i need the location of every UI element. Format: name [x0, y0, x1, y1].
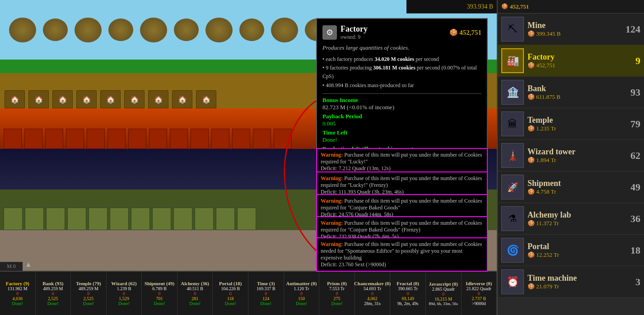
bottom-shipment[interactable]: Shipment (49) 6.789 B 0 701 Done!: [142, 272, 177, 315]
alchemy-lab-name: Alchemy lab: [527, 210, 640, 220]
warning-box-5: Warning: Purchase of this item will put …: [316, 237, 488, 272]
bottom-idleverse[interactable]: Idleverse (0) 21.822 Quadr 0 2.737 B >90…: [462, 272, 497, 315]
bottom-prism-val1: 7.553 Tr: [329, 286, 345, 291]
bottom-shipment-val1: 6.789 B: [152, 286, 167, 291]
bottom-javascript-val1: 2.865 Quadr: [432, 287, 455, 292]
portal-count: 18: [630, 245, 640, 256]
sidebar-top-val: 452,751: [510, 3, 529, 10]
time-machine-cost: 🍪 21.079 Tr: [527, 283, 640, 290]
bottom-wizard-val4: Done!: [118, 301, 130, 306]
mine-cost: 🍪 399.345 B: [527, 30, 640, 37]
bottom-factory-val2: 0: [16, 291, 19, 296]
sidebar-item-time-machine[interactable]: ⏰ Time machine 🍪 21.079 Tr 3: [498, 266, 644, 298]
bottom-javascript-val2: 0: [442, 292, 444, 296]
bottom-antimatter-val2: 0: [300, 291, 303, 296]
bottom-javascript[interactable]: Javascript (0) 2.865 Quadr 0 16,215 M 89…: [426, 272, 462, 315]
bottom-antimatter-name: Antimatter (0): [286, 281, 317, 286]
sidebar-item-bank[interactable]: 🏦 Bank 🍪 611.875 B 93: [498, 77, 644, 108]
bottom-bank-val1: 489.259 M: [43, 286, 63, 291]
warning-text-1: Purchase of this item will put you under…: [321, 152, 482, 165]
bonus-income-val: 82.723 M (<0.01% of income): [322, 104, 394, 111]
tooltip-stats: • each factory produces 34.020 M cookies…: [322, 55, 481, 90]
sidebar-item-mine[interactable]: ⛏ Mine 🍪 399.345 B 124: [498, 14, 644, 45]
sidebar-item-wizard-tower[interactable]: 🗼 Wizard tower 🍪 1.894 Tr 62: [498, 140, 644, 171]
bottom-antimatter[interactable]: Antimatter (0) 1.120 Tr 0 150 Done!: [284, 272, 320, 315]
mine-name: Mine: [527, 21, 640, 30]
timeleft-label: Time Left: [322, 129, 347, 136]
bottom-shipment-val3: 701: [156, 296, 163, 301]
bottom-javascript-name: Javascript (0): [429, 281, 457, 287]
bottom-idleverse-val1: 21.822 Quadr: [467, 286, 491, 291]
shipment-count: 49: [630, 181, 640, 193]
bottom-javascript-val3: 16,215 M: [434, 296, 452, 301]
bottom-factory[interactable]: Factory (9) 131.982 M 0 4,636 Done!: [0, 272, 36, 315]
bottom-temple-val1: 489.259 M: [79, 286, 98, 291]
bottom-wizard[interactable]: Wizard (62) 1.239 B 0 1,529 Done!: [107, 272, 142, 315]
bottom-fractal-val3: 69,149: [401, 296, 414, 301]
sidebar-item-temple[interactable]: 🏛 Temple 🍪 1.235 Tr 79: [498, 108, 644, 140]
sidebar-item-shipment[interactable]: 🚀 Shipment 🍪 4.758 Tr 49: [498, 171, 644, 203]
alchemy-lab-icon: ⚗: [508, 213, 517, 225]
bank-info: Bank 🍪 611.875 B: [527, 84, 640, 101]
bottom-fractal-val4: 9h, 2m, 49s: [397, 301, 419, 306]
warning-label-4: Warning:: [321, 220, 343, 226]
bottom-factory-val4: Done!: [12, 301, 23, 306]
temple-icon: 🏛: [508, 118, 518, 130]
bottom-time-val3: 124: [262, 296, 269, 301]
bottom-factory-val1: 131.982 M: [8, 286, 28, 291]
top-cookie-counter: 393.934 B: [406, 0, 497, 14]
bottom-antimatter-val3: 150: [298, 296, 305, 301]
sidebar-scroll[interactable]: ⛏ Mine 🍪 399.345 B 124 🏭 Factory 🍪 452,7…: [498, 14, 644, 315]
up-arrow[interactable]: ▲: [25, 260, 32, 269]
bottom-temple-val3: 2,525: [84, 296, 94, 301]
temple-info: Temple 🍪 1.235 Tr: [527, 116, 640, 132]
bottom-bar: Factory (9) 131.982 M 0 4,636 Done! Bank…: [0, 271, 497, 315]
factory-info: Factory 🍪 452,751: [527, 52, 640, 69]
bottom-alchemy[interactable]: Alchemy (36) 40.511 B 0 281 Done!: [177, 272, 213, 315]
bottom-prism[interactable]: Prism (0) 7.553 Tr 0 275 Done!: [319, 272, 355, 315]
bottom-wizard-val2: 0: [123, 291, 125, 296]
m0-indicator: M 0: [0, 262, 23, 271]
tooltip-header: ⚙ Factory owned: 9 🍪 452,751: [322, 24, 481, 41]
wizard-tower-count: 62: [630, 150, 640, 162]
bottom-fractal-val1: 390.665 Tr: [398, 286, 418, 291]
bottom-factory-val3: 4,636: [13, 296, 23, 301]
alchemy-lab-info: Alchemy lab 🍪 11.372 Tr: [527, 210, 640, 227]
bottom-fractal-val2: 0: [407, 291, 409, 296]
bottom-temple[interactable]: Temple (79) 489.259 M 0 2,525 Done!: [71, 272, 107, 315]
bank-count: 93: [630, 87, 640, 98]
bottom-fractal[interactable]: Fractal (0) 390.665 Tr 0 69,149 9h, 2m, …: [390, 272, 426, 315]
factory-name: Factory: [527, 52, 640, 62]
bottom-portal-val3: 118: [227, 296, 234, 301]
bottom-time[interactable]: Time (3) 169.337 B 0 124 Done!: [248, 272, 284, 315]
sidebar-item-alchemy-lab[interactable]: ⚗ Alchemy lab 🍪 11.372 Tr 36: [498, 203, 644, 235]
bottom-alchemy-val3: 281: [191, 296, 198, 301]
sidebar-item-portal[interactable]: 🌀 Portal 🍪 12.252 Tr 18: [498, 235, 644, 266]
warning-label-3: Warning:: [321, 198, 343, 204]
factory-cost: 🍪 452,751: [527, 62, 640, 69]
sidebar-item-factory[interactable]: 🏭 Factory 🍪 452,751 9: [498, 45, 644, 77]
bottom-javascript-val4: 89d, 6h, 33m, 56s: [429, 301, 458, 306]
bottom-factory-name: Factory (9): [6, 281, 29, 286]
shipment-name: Shipment: [527, 179, 640, 188]
bottom-portal[interactable]: Portal (18) 104.226 B 0 118 Done!: [213, 272, 248, 315]
payback-val: 0.005: [322, 120, 336, 127]
bottom-wizard-name: Wizard (62): [111, 281, 136, 286]
warning-label-1: Warning:: [321, 152, 343, 158]
bottom-fractal-name: Fractal (0): [397, 281, 419, 286]
mine-count: 124: [625, 23, 640, 35]
temple-name: Temple: [527, 116, 640, 125]
bottom-idleverse-name: Idleverse (0): [466, 281, 492, 286]
bottom-temple-val2: 0: [87, 291, 89, 296]
bottom-chancemaker-name: Chancemaker (0): [354, 281, 391, 286]
bottom-shipment-val4: Done!: [154, 301, 165, 306]
timeleft-val: Done!: [322, 136, 337, 143]
bottom-chancemaker[interactable]: Chancemaker (0) 54.693 Tr 0 4,062 28m, 3…: [355, 272, 391, 315]
bottom-bank[interactable]: Bank (93) 489.259 M 0 2,525 Done!: [36, 272, 71, 315]
factory-icon-sidebar: 🏭: [507, 55, 519, 67]
mine-info: Mine 🍪 399.345 B: [527, 21, 640, 37]
temple-cost: 🍪 1.235 Tr: [527, 125, 640, 132]
bottom-chancemaker-val3: 4,062: [367, 296, 378, 301]
tooltip-description: Produces large quantities of cookies.: [322, 44, 481, 51]
bottom-wizard-val3: 1,529: [119, 296, 129, 301]
